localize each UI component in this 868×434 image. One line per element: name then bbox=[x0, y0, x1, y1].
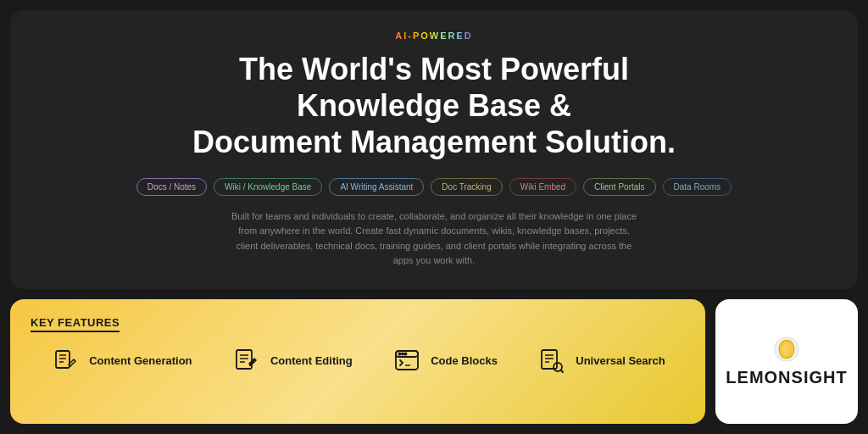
document-edit-icon bbox=[231, 346, 262, 376]
content-generation-label: Content Generation bbox=[89, 354, 192, 367]
universal-search-label: Universal Search bbox=[576, 354, 665, 367]
search-doc-icon bbox=[537, 346, 567, 376]
hero-description: Built for teams and individuals to creat… bbox=[231, 209, 637, 269]
lemonsight-logo bbox=[773, 336, 800, 363]
features-card: KEY FEATURES Conten bbox=[10, 299, 705, 424]
svg-point-13 bbox=[402, 353, 403, 354]
tag-docs-notes[interactable]: Docs / Notes bbox=[136, 178, 207, 196]
feature-content-generation: Content Generation bbox=[50, 346, 192, 376]
hero-title: The World's Most Powerful Knowledge Base… bbox=[192, 51, 676, 161]
hero-section: AI-POWERED The World's Most Powerful Kno… bbox=[10, 10, 858, 289]
ai-powered-label: AI-POWERED bbox=[395, 31, 473, 41]
tag-data-rooms[interactable]: Data Rooms bbox=[663, 178, 732, 196]
lemon-icon bbox=[773, 336, 800, 363]
bottom-row: KEY FEATURES Conten bbox=[10, 299, 858, 424]
tag-ai-writing[interactable]: AI Writing Assistant bbox=[329, 178, 424, 196]
svg-point-14 bbox=[404, 353, 406, 354]
svg-rect-16 bbox=[542, 350, 557, 369]
features-title: KEY FEATURES bbox=[31, 316, 120, 332]
main-container: AI-POWERED The World's Most Powerful Kno… bbox=[0, 0, 868, 434]
svg-point-12 bbox=[398, 353, 400, 354]
features-header: KEY FEATURES bbox=[31, 316, 685, 332]
svg-line-21 bbox=[561, 370, 564, 372]
lemonsight-name: LEMONSIGHT bbox=[726, 368, 847, 387]
tag-wiki-knowledge[interactable]: Wiki / Knowledge Base bbox=[214, 178, 322, 196]
code-block-icon bbox=[392, 346, 422, 376]
tag-doc-tracking[interactable]: Doc Tracking bbox=[431, 178, 502, 196]
features-items: Content Generation Conte bbox=[31, 346, 685, 376]
tags-row: Docs / Notes Wiki / Knowledge Base AI Wr… bbox=[136, 178, 732, 196]
tag-client-portals[interactable]: Client Portals bbox=[583, 178, 655, 196]
feature-code-blocks: Code Blocks bbox=[392, 346, 498, 376]
edit-pencil-icon bbox=[50, 346, 81, 376]
content-editing-label: Content Editing bbox=[270, 354, 353, 367]
feature-content-editing: Content Editing bbox=[231, 346, 353, 376]
lemonsight-card: LEMONSIGHT bbox=[715, 299, 858, 424]
code-blocks-label: Code Blocks bbox=[431, 354, 498, 367]
svg-rect-0 bbox=[56, 351, 70, 368]
tag-wiki-embed[interactable]: Wiki Embed bbox=[509, 178, 576, 196]
feature-universal-search: Universal Search bbox=[537, 346, 665, 376]
